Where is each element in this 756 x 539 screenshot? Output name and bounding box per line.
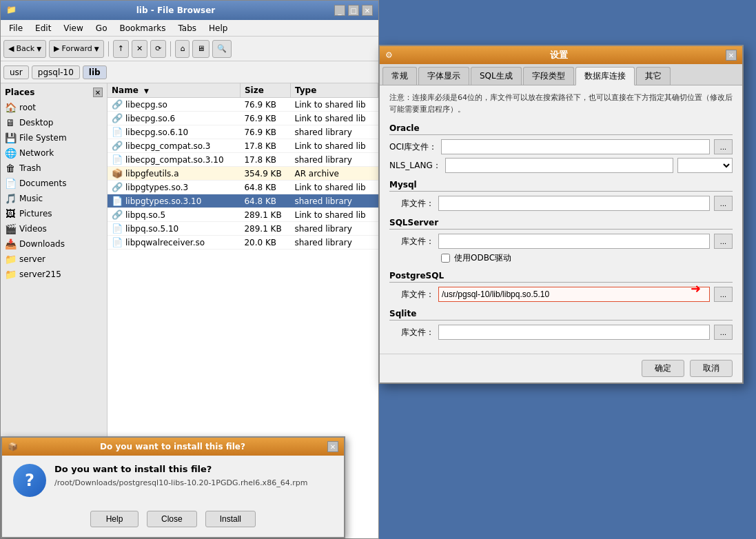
sidebar-item-network[interactable]: 🌐 Network [1, 145, 107, 161]
settings-dialog: ⚙ 设置 ✕ 常规 字体显示 SQL生成 字段类型 数据库连接 其它 注意：连接… [378, 45, 744, 384]
menu-help[interactable]: Help [203, 22, 233, 34]
table-row[interactable]: 📄libpgtypes.so.3.10 64.8 KB shared libra… [108, 194, 378, 208]
menu-edit[interactable]: Edit [30, 22, 57, 34]
settings-ok-button[interactable]: 确定 [642, 360, 684, 377]
sidebar-item-server[interactable]: 📁 server [1, 252, 107, 267]
settings-close-button[interactable]: ✕ [726, 50, 737, 61]
sidebar-item-filesystem[interactable]: 💾 File System [1, 130, 107, 145]
sqlserver-lib-input[interactable] [438, 234, 710, 249]
oracle-oci-browse[interactable]: ... [714, 139, 733, 154]
search-button[interactable]: 🔍 [212, 40, 232, 58]
location-lib[interactable]: lib [83, 65, 107, 79]
tab-font[interactable]: 字体显示 [418, 67, 469, 85]
server-icon: 📁 [5, 254, 16, 265]
menu-bookmarks[interactable]: Bookmarks [114, 22, 171, 34]
sqlite-lib-input[interactable] [438, 325, 710, 340]
tab-general[interactable]: 常规 [382, 67, 417, 85]
tab-sql[interactable]: SQL生成 [471, 67, 522, 85]
table-row[interactable]: 📄libecpg.so.6.10 76.9 KB shared library [108, 125, 378, 139]
menu-go[interactable]: Go [90, 22, 113, 34]
table-row[interactable]: 🔗libecpg.so 76.9 KB Link to shared lib [108, 98, 378, 112]
file-type-cell: Link to shared lib [290, 139, 378, 153]
file-size-cell: 76.9 KB [240, 112, 290, 125]
col-name[interactable]: Name ▼ [108, 83, 240, 98]
stop-button[interactable]: ✕ [132, 40, 147, 58]
table-row[interactable]: 📄libpqwalreceiver.so 20.0 KB shared libr… [108, 236, 378, 250]
computer-button[interactable]: 🖥 [192, 40, 210, 58]
network-icon: 🌐 [5, 148, 16, 159]
sqlite-lib-browse[interactable]: ... [714, 325, 733, 340]
location-usr[interactable]: usr [3, 65, 29, 79]
toolbar-separator-1 [108, 41, 109, 57]
mysql-lib-browse[interactable]: ... [714, 196, 733, 211]
oracle-nls-input[interactable] [445, 158, 673, 173]
close-button[interactable]: ✕ [362, 5, 373, 16]
sidebar-header: Places ✕ [1, 86, 107, 100]
back-button[interactable]: ◀ Back ▼ [3, 40, 46, 58]
server215-icon: 📁 [5, 269, 16, 280]
postgresql-lib-input[interactable] [438, 287, 710, 302]
table-row[interactable]: 📄libecpg_compat.so.3.10 17.8 KB shared l… [108, 153, 378, 167]
sidebar-close-button[interactable]: ✕ [93, 88, 103, 97]
install-dialog-close-icon[interactable]: ✕ [327, 441, 338, 452]
oracle-nls-row: NLS_LANG： [389, 158, 733, 173]
settings-tabs: 常规 字体显示 SQL生成 字段类型 数据库连接 其它 [380, 64, 742, 85]
search-icon: 🔍 [217, 44, 227, 53]
help-button[interactable]: Help [90, 511, 139, 527]
sidebar-item-documents[interactable]: 📄 Documents [1, 176, 107, 191]
sqlserver-odbc-checkbox[interactable] [441, 254, 450, 263]
sidebar-item-downloads[interactable]: 📥 Downloads [1, 236, 107, 252]
table-row[interactable]: 🔗libecpg_compat.so.3 17.8 KB Link to sha… [108, 139, 378, 153]
tab-other[interactable]: 其它 [636, 67, 671, 85]
col-type[interactable]: Type [290, 83, 378, 98]
tab-dbconnect[interactable]: 数据库连接 [575, 67, 635, 85]
location-pgsql[interactable]: pgsql-10 [32, 65, 80, 79]
sidebar-label-videos: Videos [19, 224, 47, 234]
sidebar-item-pictures[interactable]: 🖼 Pictures [1, 206, 107, 221]
maximize-button[interactable]: □ [348, 5, 359, 16]
install-dialog-title: Do you want to install this file? [100, 442, 245, 451]
col-size[interactable]: Size [240, 83, 290, 98]
mysql-lib-input[interactable] [438, 196, 710, 211]
menu-tabs[interactable]: Tabs [173, 22, 203, 34]
file-icon: 🔗 [112, 210, 123, 220]
table-row[interactable]: 📄libpq.so.5.10 289.1 KB shared library [108, 222, 378, 236]
file-name-cell: 🔗libpq.so.5 [108, 208, 240, 222]
sidebar-item-videos[interactable]: 🎬 Videos [1, 221, 107, 236]
minimize-button[interactable]: _ [334, 5, 345, 16]
settings-notice: 注意：连接库必须是64位的，库文件可以放在搜索路径下，也可以直接在下方指定其确切… [389, 92, 733, 115]
mysql-lib-row: 库文件： ... [389, 196, 733, 211]
sqlserver-lib-browse[interactable]: ... [714, 234, 733, 249]
oracle-section: Oracle OCI库文件： ... NLS_LANG： [389, 123, 733, 173]
table-row[interactable]: 🔗libpgtypes.so.3 64.8 KB Link to shared … [108, 181, 378, 194]
home-button[interactable]: ⌂ [175, 40, 190, 58]
sidebar-item-desktop[interactable]: 🖥 Desktop [1, 115, 107, 130]
file-type-cell: shared library [290, 125, 378, 139]
up-button[interactable]: ↑ [113, 40, 129, 58]
tab-fieldtype[interactable]: 字段类型 [523, 67, 574, 85]
sidebar-item-root[interactable]: 🏠 root [1, 100, 107, 115]
file-name-cell: 🔗libecpg.so.6 [108, 112, 240, 125]
sidebar-item-trash[interactable]: 🗑 Trash [1, 161, 107, 176]
sidebar-label-music: Music [19, 194, 43, 203]
postgresql-lib-browse[interactable]: ... [714, 287, 733, 302]
menu-view[interactable]: View [58, 22, 88, 34]
table-row[interactable]: 🔗libecpg.so.6 76.9 KB Link to shared lib [108, 112, 378, 125]
reload-button[interactable]: ⟳ [150, 40, 166, 58]
oracle-oci-input[interactable] [441, 139, 709, 154]
oracle-oci-label: OCI库文件： [389, 141, 437, 153]
oracle-nls-select[interactable] [677, 158, 733, 173]
sidebar-item-music[interactable]: 🎵 Music [1, 191, 107, 206]
menu-file[interactable]: File [3, 22, 28, 34]
home-icon: ⌂ [180, 44, 185, 53]
table-row[interactable]: 🔗libpq.so.5 289.1 KB Link to shared lib [108, 208, 378, 222]
close-dialog-button[interactable]: Close [147, 511, 197, 527]
sidebar-item-server215[interactable]: 📁 server215 [1, 267, 107, 282]
table-row[interactable]: 📦libpgfeutils.a 354.9 KB AR archive [108, 167, 378, 181]
file-name-cell: 📄libpqwalreceiver.so [108, 236, 240, 250]
pictures-icon: 🖼 [5, 208, 16, 219]
forward-button[interactable]: ▶ Forward ▼ [49, 40, 104, 58]
install-button[interactable]: Install [205, 511, 256, 527]
back-icon: ◀ [8, 44, 14, 53]
settings-cancel-button[interactable]: 取消 [690, 360, 733, 377]
